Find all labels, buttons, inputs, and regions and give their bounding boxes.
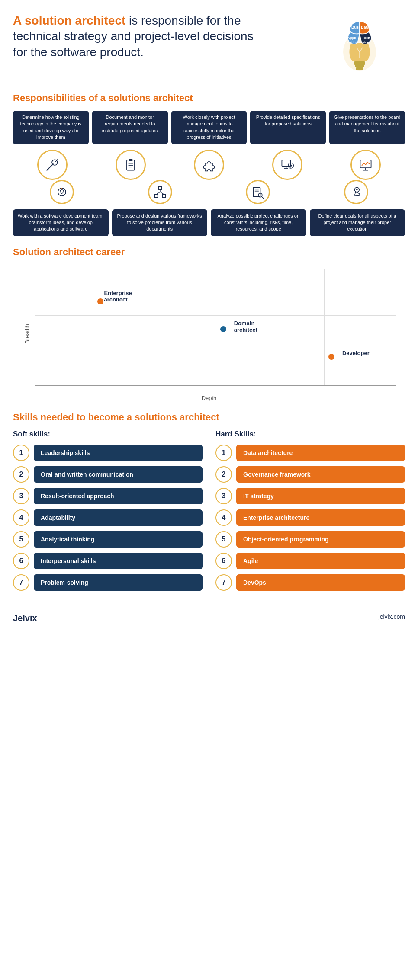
resp-box-1: Determine how the existing technology in… [13, 111, 89, 144]
soft-skills-title: Soft skills: [13, 430, 203, 439]
svg-rect-7 [354, 61, 365, 65]
developer-label: Developer [342, 350, 370, 356]
hard-skill-4: 4 Enterprise architecture [215, 509, 405, 526]
soft-skill-label-6: Interpersonal skills [34, 553, 203, 569]
soft-skill-label-1: Leadership skills [34, 445, 203, 461]
svg-rect-42 [253, 187, 260, 197]
hard-skill-number-7: 7 [215, 574, 232, 591]
clipboard-icon-circle [116, 150, 146, 180]
resp-box-3: Work closely with project management tea… [171, 111, 247, 144]
svg-rect-17 [127, 160, 135, 170]
svg-point-34 [58, 188, 66, 196]
career-chart: Breadth Enterprisearchitect [13, 265, 405, 403]
touch-gear-icon [348, 184, 364, 200]
skills-section: Skills needed to become a solutions arch… [13, 412, 405, 596]
resp-top-boxes: Determine how the existing technology in… [13, 111, 405, 144]
hard-skill-label-4: Enterprise architecture [236, 509, 405, 526]
touch-gear-icon-circle [344, 180, 368, 204]
puzzle-icon-circle [194, 150, 224, 180]
lightbulb-svg: Business Data Appli- cation Tech- nical [318, 13, 401, 82]
tools-icon [45, 157, 60, 173]
resp-box-5: Give presentations to the board and mana… [329, 111, 405, 144]
top-icons-row [13, 144, 405, 180]
hard-skill-label-1: Data architecture [236, 445, 405, 461]
hard-skill-number-4: 4 [215, 509, 232, 526]
hard-skill-7: 7 DevOps [215, 574, 405, 591]
hard-skill-3: 3 IT strategy [215, 488, 405, 504]
page: A solution architect is responsible for … [0, 0, 418, 641]
soft-skill-number-3: 3 [13, 488, 29, 504]
hard-skill-6: 6 Agile [215, 553, 405, 569]
svg-rect-37 [154, 194, 158, 197]
soft-skill-6: 6 Interpersonal skills [13, 553, 203, 569]
hard-skill-number-3: 3 [215, 488, 232, 504]
icon-touch-gear [330, 180, 382, 204]
resp-box-bottom-3: Analyze possible project challenges on c… [211, 209, 306, 236]
hard-skill-label-3: IT strategy [236, 488, 405, 504]
svg-rect-9 [356, 67, 363, 70]
svg-text:Tech-: Tech- [362, 36, 371, 40]
soft-skill-5: 5 Analytical thinking [13, 531, 203, 548]
hard-skill-label-2: Governance framework [236, 466, 405, 483]
soft-skill-number-1: 1 [13, 445, 29, 461]
x-axis-label: Depth [202, 395, 217, 401]
icon-presentation [340, 150, 392, 180]
network-icon [152, 184, 168, 200]
icon-puzzle [183, 150, 235, 180]
skills-columns: Soft skills: 1 Leadership skills 2 Oral … [13, 430, 405, 596]
bottom-icons-row [13, 180, 405, 209]
soft-skill-number-2: 2 [13, 466, 29, 483]
hard-skill-label-5: Object-oriented programming [236, 531, 405, 548]
soft-skill-number-5: 5 [13, 531, 29, 548]
resp-box-bottom-4: Define clear goals for all aspects of a … [310, 209, 405, 236]
brain-icon-circle [50, 180, 74, 204]
domain-label: Domainarchitect [234, 320, 257, 333]
gear-monitor-icon-circle [272, 150, 302, 180]
icon-brain [36, 180, 88, 204]
brand-name: Jelvix [13, 613, 37, 623]
soft-skill-1: 1 Leadership skills [13, 445, 203, 461]
hard-skill-number-5: 5 [215, 531, 232, 548]
soft-skill-number-7: 7 [13, 574, 29, 591]
soft-skill-number-4: 4 [13, 509, 29, 526]
puzzle-lightbulb: Business Data Appli- cation Tech- nical [318, 13, 405, 82]
hard-skill-label-7: DevOps [236, 574, 405, 591]
soft-skill-label-3: Result-oriented approach [34, 488, 203, 504]
svg-rect-18 [129, 159, 132, 161]
icon-network [134, 180, 186, 204]
network-icon-circle [148, 180, 172, 204]
svg-rect-38 [162, 194, 165, 197]
hard-skill-number-1: 1 [215, 445, 232, 461]
search-doc-icon [250, 184, 266, 200]
clipboard-icon [123, 157, 138, 173]
footer: Jelvix jelvix.com [13, 609, 405, 623]
soft-skill-2: 2 Oral and written communication [13, 466, 203, 483]
hard-skill-number-2: 2 [215, 466, 232, 483]
soft-skill-label-2: Oral and written communication [34, 466, 203, 483]
career-title: Solution architect career [13, 247, 405, 258]
header-section: A solution architect is responsible for … [13, 13, 405, 82]
tools-icon-circle [37, 150, 68, 180]
header-text: A solution architect is responsible for … [13, 13, 255, 60]
resp-box-4: Provide detailed specifications for prop… [250, 111, 326, 144]
soft-skill-4: 4 Adaptability [13, 509, 203, 526]
svg-point-48 [356, 189, 358, 190]
main-heading: A solution architect is responsible for … [13, 13, 255, 60]
heading-orange: A solution architect [13, 14, 125, 27]
developer-point [328, 354, 334, 360]
icon-tools [26, 150, 78, 180]
puzzle-icon [201, 157, 217, 173]
hard-skills-column: Hard Skills: 1 Data architecture 2 Gover… [215, 430, 405, 596]
svg-rect-8 [355, 65, 364, 67]
icon-clipboard [105, 150, 157, 180]
soft-skill-label-4: Adaptability [34, 509, 203, 526]
hard-skill-2: 2 Governance framework [215, 466, 405, 483]
soft-skill-3: 3 Result-oriented approach [13, 488, 203, 504]
hard-skill-5: 5 Object-oriented programming [215, 531, 405, 548]
chart-plot-area: Enterprisearchitect Domainarchitect Deve… [35, 269, 396, 386]
enterprise-point [97, 298, 103, 304]
presentation-icon-circle [350, 150, 381, 180]
presentation-icon [358, 157, 373, 173]
hard-skills-title: Hard Skills: [215, 430, 405, 439]
domain-point [220, 326, 226, 332]
